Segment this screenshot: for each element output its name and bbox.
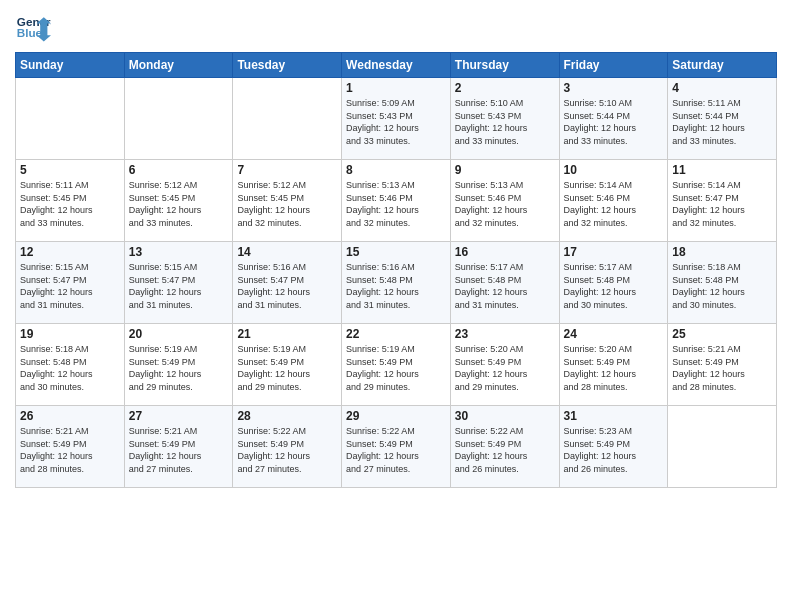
day-cell — [668, 406, 777, 488]
weekday-header-friday: Friday — [559, 53, 668, 78]
weekday-header-wednesday: Wednesday — [342, 53, 451, 78]
day-info: Sunrise: 5:14 AM Sunset: 5:47 PM Dayligh… — [672, 179, 772, 229]
weekday-header-sunday: Sunday — [16, 53, 125, 78]
day-info: Sunrise: 5:14 AM Sunset: 5:46 PM Dayligh… — [564, 179, 664, 229]
day-number: 7 — [237, 163, 337, 177]
day-cell: 30Sunrise: 5:22 AM Sunset: 5:49 PM Dayli… — [450, 406, 559, 488]
day-number: 2 — [455, 81, 555, 95]
day-cell: 18Sunrise: 5:18 AM Sunset: 5:48 PM Dayli… — [668, 242, 777, 324]
day-cell: 3Sunrise: 5:10 AM Sunset: 5:44 PM Daylig… — [559, 78, 668, 160]
day-cell: 29Sunrise: 5:22 AM Sunset: 5:49 PM Dayli… — [342, 406, 451, 488]
day-info: Sunrise: 5:16 AM Sunset: 5:48 PM Dayligh… — [346, 261, 446, 311]
day-number: 4 — [672, 81, 772, 95]
day-number: 9 — [455, 163, 555, 177]
day-cell: 20Sunrise: 5:19 AM Sunset: 5:49 PM Dayli… — [124, 324, 233, 406]
day-info: Sunrise: 5:16 AM Sunset: 5:47 PM Dayligh… — [237, 261, 337, 311]
day-cell — [16, 78, 125, 160]
week-row-3: 12Sunrise: 5:15 AM Sunset: 5:47 PM Dayli… — [16, 242, 777, 324]
day-number: 26 — [20, 409, 120, 423]
day-info: Sunrise: 5:17 AM Sunset: 5:48 PM Dayligh… — [564, 261, 664, 311]
weekday-header-thursday: Thursday — [450, 53, 559, 78]
day-number: 12 — [20, 245, 120, 259]
day-cell: 9Sunrise: 5:13 AM Sunset: 5:46 PM Daylig… — [450, 160, 559, 242]
header: General Blue — [15, 10, 777, 46]
day-cell: 15Sunrise: 5:16 AM Sunset: 5:48 PM Dayli… — [342, 242, 451, 324]
day-cell: 5Sunrise: 5:11 AM Sunset: 5:45 PM Daylig… — [16, 160, 125, 242]
day-cell: 22Sunrise: 5:19 AM Sunset: 5:49 PM Dayli… — [342, 324, 451, 406]
day-cell: 7Sunrise: 5:12 AM Sunset: 5:45 PM Daylig… — [233, 160, 342, 242]
day-info: Sunrise: 5:22 AM Sunset: 5:49 PM Dayligh… — [237, 425, 337, 475]
day-info: Sunrise: 5:22 AM Sunset: 5:49 PM Dayligh… — [346, 425, 446, 475]
day-info: Sunrise: 5:20 AM Sunset: 5:49 PM Dayligh… — [564, 343, 664, 393]
day-info: Sunrise: 5:21 AM Sunset: 5:49 PM Dayligh… — [20, 425, 120, 475]
calendar-page: General Blue SundayMondayTuesdayWednesda… — [0, 0, 792, 612]
day-cell: 25Sunrise: 5:21 AM Sunset: 5:49 PM Dayli… — [668, 324, 777, 406]
day-info: Sunrise: 5:15 AM Sunset: 5:47 PM Dayligh… — [129, 261, 229, 311]
day-info: Sunrise: 5:15 AM Sunset: 5:47 PM Dayligh… — [20, 261, 120, 311]
calendar-table: SundayMondayTuesdayWednesdayThursdayFrid… — [15, 52, 777, 488]
week-row-5: 26Sunrise: 5:21 AM Sunset: 5:49 PM Dayli… — [16, 406, 777, 488]
day-cell — [124, 78, 233, 160]
day-number: 29 — [346, 409, 446, 423]
day-info: Sunrise: 5:10 AM Sunset: 5:43 PM Dayligh… — [455, 97, 555, 147]
day-cell: 14Sunrise: 5:16 AM Sunset: 5:47 PM Dayli… — [233, 242, 342, 324]
day-number: 20 — [129, 327, 229, 341]
day-number: 5 — [20, 163, 120, 177]
weekday-header-row: SundayMondayTuesdayWednesdayThursdayFrid… — [16, 53, 777, 78]
day-number: 11 — [672, 163, 772, 177]
day-info: Sunrise: 5:13 AM Sunset: 5:46 PM Dayligh… — [455, 179, 555, 229]
week-row-2: 5Sunrise: 5:11 AM Sunset: 5:45 PM Daylig… — [16, 160, 777, 242]
day-cell: 23Sunrise: 5:20 AM Sunset: 5:49 PM Dayli… — [450, 324, 559, 406]
day-cell: 26Sunrise: 5:21 AM Sunset: 5:49 PM Dayli… — [16, 406, 125, 488]
day-cell: 31Sunrise: 5:23 AM Sunset: 5:49 PM Dayli… — [559, 406, 668, 488]
day-info: Sunrise: 5:10 AM Sunset: 5:44 PM Dayligh… — [564, 97, 664, 147]
day-number: 17 — [564, 245, 664, 259]
day-cell: 13Sunrise: 5:15 AM Sunset: 5:47 PM Dayli… — [124, 242, 233, 324]
day-cell: 1Sunrise: 5:09 AM Sunset: 5:43 PM Daylig… — [342, 78, 451, 160]
day-number: 27 — [129, 409, 229, 423]
day-cell: 2Sunrise: 5:10 AM Sunset: 5:43 PM Daylig… — [450, 78, 559, 160]
day-cell: 28Sunrise: 5:22 AM Sunset: 5:49 PM Dayli… — [233, 406, 342, 488]
day-number: 25 — [672, 327, 772, 341]
day-number: 6 — [129, 163, 229, 177]
day-info: Sunrise: 5:19 AM Sunset: 5:49 PM Dayligh… — [129, 343, 229, 393]
day-cell: 19Sunrise: 5:18 AM Sunset: 5:48 PM Dayli… — [16, 324, 125, 406]
day-cell: 10Sunrise: 5:14 AM Sunset: 5:46 PM Dayli… — [559, 160, 668, 242]
day-number: 18 — [672, 245, 772, 259]
day-number: 30 — [455, 409, 555, 423]
day-info: Sunrise: 5:20 AM Sunset: 5:49 PM Dayligh… — [455, 343, 555, 393]
day-number: 1 — [346, 81, 446, 95]
day-number: 13 — [129, 245, 229, 259]
day-cell: 8Sunrise: 5:13 AM Sunset: 5:46 PM Daylig… — [342, 160, 451, 242]
day-number: 14 — [237, 245, 337, 259]
day-number: 24 — [564, 327, 664, 341]
day-cell: 4Sunrise: 5:11 AM Sunset: 5:44 PM Daylig… — [668, 78, 777, 160]
day-number: 28 — [237, 409, 337, 423]
day-info: Sunrise: 5:17 AM Sunset: 5:48 PM Dayligh… — [455, 261, 555, 311]
day-cell: 6Sunrise: 5:12 AM Sunset: 5:45 PM Daylig… — [124, 160, 233, 242]
day-number: 3 — [564, 81, 664, 95]
day-number: 10 — [564, 163, 664, 177]
day-number: 15 — [346, 245, 446, 259]
day-info: Sunrise: 5:21 AM Sunset: 5:49 PM Dayligh… — [672, 343, 772, 393]
day-info: Sunrise: 5:22 AM Sunset: 5:49 PM Dayligh… — [455, 425, 555, 475]
day-info: Sunrise: 5:23 AM Sunset: 5:49 PM Dayligh… — [564, 425, 664, 475]
day-info: Sunrise: 5:12 AM Sunset: 5:45 PM Dayligh… — [237, 179, 337, 229]
weekday-header-saturday: Saturday — [668, 53, 777, 78]
week-row-4: 19Sunrise: 5:18 AM Sunset: 5:48 PM Dayli… — [16, 324, 777, 406]
day-number: 21 — [237, 327, 337, 341]
day-cell: 21Sunrise: 5:19 AM Sunset: 5:49 PM Dayli… — [233, 324, 342, 406]
day-cell: 16Sunrise: 5:17 AM Sunset: 5:48 PM Dayli… — [450, 242, 559, 324]
logo: General Blue — [15, 10, 51, 46]
day-info: Sunrise: 5:11 AM Sunset: 5:44 PM Dayligh… — [672, 97, 772, 147]
day-cell: 12Sunrise: 5:15 AM Sunset: 5:47 PM Dayli… — [16, 242, 125, 324]
day-number: 16 — [455, 245, 555, 259]
day-number: 23 — [455, 327, 555, 341]
weekday-header-tuesday: Tuesday — [233, 53, 342, 78]
day-cell: 24Sunrise: 5:20 AM Sunset: 5:49 PM Dayli… — [559, 324, 668, 406]
weekday-header-monday: Monday — [124, 53, 233, 78]
day-info: Sunrise: 5:21 AM Sunset: 5:49 PM Dayligh… — [129, 425, 229, 475]
day-number: 22 — [346, 327, 446, 341]
day-info: Sunrise: 5:11 AM Sunset: 5:45 PM Dayligh… — [20, 179, 120, 229]
day-number: 31 — [564, 409, 664, 423]
